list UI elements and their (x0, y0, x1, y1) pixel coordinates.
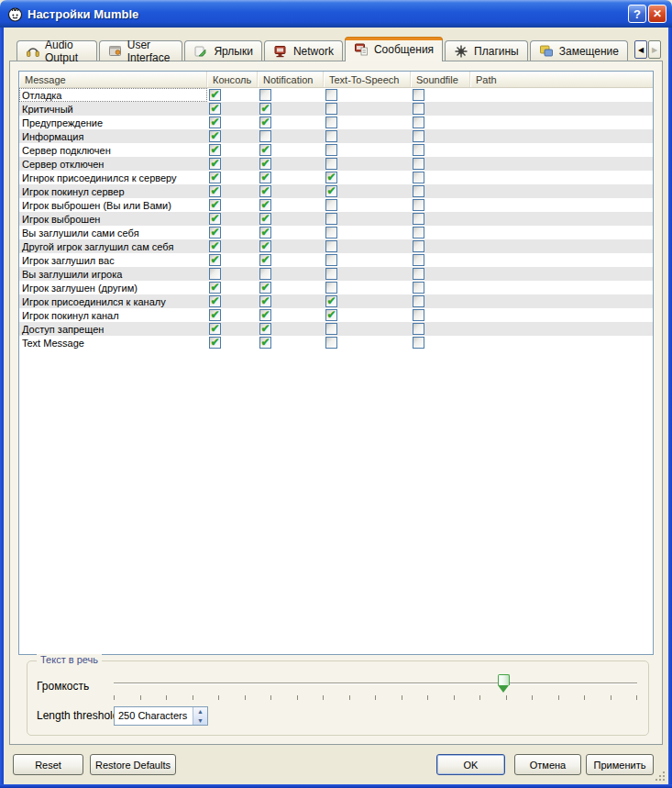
notification-checkbox[interactable] (259, 240, 271, 252)
text-to-speech-checkbox[interactable] (325, 213, 337, 225)
tab-network[interactable]: Network (264, 40, 343, 61)
text-to-speech-checkbox[interactable] (325, 144, 337, 156)
text-to-speech-checkbox[interactable] (325, 227, 337, 239)
text-to-speech-checkbox[interactable] (325, 185, 337, 197)
column-header-soundfile[interactable]: Soundfile (411, 72, 470, 87)
notification-checkbox[interactable] (259, 295, 271, 307)
tab-плагины[interactable]: Плагины (445, 40, 528, 61)
soundfile-checkbox[interactable] (413, 309, 424, 321)
soundfile-checkbox[interactable] (413, 268, 424, 280)
close-button[interactable]: ✕ (648, 5, 666, 23)
text-to-speech-checkbox[interactable] (325, 172, 337, 183)
text-to-speech-checkbox[interactable] (325, 130, 337, 142)
soundfile-checkbox[interactable] (413, 213, 424, 225)
table-row[interactable]: Игрок выброшен (Вы или Вами) (19, 198, 653, 212)
resize-grip[interactable] (655, 771, 666, 782)
text-to-speech-checkbox[interactable] (325, 158, 337, 170)
tab-audio-output[interactable]: Audio Output (17, 40, 97, 61)
tab-сообщения[interactable]: Сообщения (345, 38, 443, 61)
console-checkbox[interactable] (209, 227, 221, 239)
spin-down-button[interactable]: ▼ (193, 716, 207, 726)
soundfile-checkbox[interactable] (413, 185, 424, 197)
text-to-speech-checkbox[interactable] (325, 309, 337, 321)
soundfile-checkbox[interactable] (413, 295, 424, 307)
soundfile-checkbox[interactable] (413, 199, 424, 211)
notification-checkbox[interactable] (259, 213, 271, 225)
console-checkbox[interactable] (209, 323, 221, 335)
tab-замещение[interactable]: Замещение (530, 40, 628, 61)
console-checkbox[interactable] (209, 144, 221, 156)
notification-checkbox[interactable] (259, 337, 271, 349)
ok-button[interactable]: OK (436, 754, 505, 775)
notification-checkbox[interactable] (259, 172, 271, 183)
help-button[interactable]: ? (628, 5, 646, 23)
table-row[interactable]: Игрок выброшен (19, 212, 653, 226)
soundfile-checkbox[interactable] (413, 323, 424, 335)
slider-groove[interactable] (114, 683, 637, 684)
table-row[interactable]: Отладка (19, 88, 653, 102)
notification-checkbox[interactable] (259, 130, 271, 142)
console-checkbox[interactable] (209, 185, 221, 197)
console-checkbox[interactable] (209, 103, 221, 115)
soundfile-checkbox[interactable] (413, 282, 424, 294)
notification-checkbox[interactable] (259, 185, 271, 197)
notification-checkbox[interactable] (259, 323, 271, 335)
table-row[interactable]: Другой игрок заглушил сам себя (19, 239, 653, 253)
soundfile-checkbox[interactable] (413, 158, 424, 170)
soundfile-checkbox[interactable] (413, 227, 424, 239)
column-header-message[interactable]: Message (19, 72, 207, 87)
soundfile-checkbox[interactable] (413, 254, 424, 266)
text-to-speech-checkbox[interactable] (325, 103, 337, 115)
console-checkbox[interactable] (209, 213, 221, 225)
notification-checkbox[interactable] (259, 199, 271, 211)
spinbox-value[interactable]: 250 Characters (115, 707, 193, 725)
console-checkbox[interactable] (209, 268, 221, 280)
text-to-speech-checkbox[interactable] (325, 337, 337, 349)
notification-checkbox[interactable] (259, 144, 271, 156)
tab-ярлыки[interactable]: Ярлыки (184, 40, 262, 61)
soundfile-checkbox[interactable] (413, 144, 424, 156)
table-row[interactable]: Text Message (19, 336, 653, 350)
column-header-text-to-speech[interactable]: Text-To-Speech (324, 72, 411, 87)
soundfile-checkbox[interactable] (413, 89, 424, 101)
table-row[interactable]: Игрок покинул сервер (19, 184, 653, 198)
table-row[interactable]: Доступ запрещен (19, 322, 653, 336)
notification-checkbox[interactable] (259, 227, 271, 239)
notification-checkbox[interactable] (259, 282, 271, 294)
console-checkbox[interactable] (209, 199, 221, 211)
table-row[interactable]: Вы заглушили игрока (19, 267, 653, 281)
table-row[interactable]: Игрок присоединился к каналу (19, 294, 653, 308)
soundfile-checkbox[interactable] (413, 117, 424, 128)
text-to-speech-checkbox[interactable] (325, 282, 337, 294)
column-header-path[interactable]: Path (470, 72, 653, 87)
table-row[interactable]: Предупреждение (19, 116, 653, 129)
console-checkbox[interactable] (209, 89, 221, 101)
restore-defaults-button[interactable]: Restore Defaults (90, 754, 176, 775)
table-row[interactable]: Критичный (19, 102, 653, 116)
notification-checkbox[interactable] (259, 117, 271, 128)
soundfile-checkbox[interactable] (413, 172, 424, 183)
console-checkbox[interactable] (209, 130, 221, 142)
console-checkbox[interactable] (209, 337, 221, 349)
title-bar[interactable]: Настройки Mumble ? ✕ (0, 0, 672, 28)
column-header-консоль[interactable]: Консоль (207, 72, 258, 87)
text-to-speech-checkbox[interactable] (325, 199, 337, 211)
table-row[interactable]: Вы заглушили сами себя (19, 226, 653, 239)
cancel-button[interactable]: Отмена (514, 754, 581, 775)
slider-handle[interactable] (498, 674, 510, 693)
column-header-notification[interactable]: Notification (258, 72, 324, 87)
console-checkbox[interactable] (209, 254, 221, 266)
tab-scroll-left-button[interactable]: ◀ (634, 40, 647, 59)
console-checkbox[interactable] (209, 172, 221, 183)
console-checkbox[interactable] (209, 117, 221, 128)
console-checkbox[interactable] (209, 295, 221, 307)
table-row[interactable]: Сервер подключен (19, 143, 653, 157)
console-checkbox[interactable] (209, 282, 221, 294)
soundfile-checkbox[interactable] (413, 240, 424, 252)
table-row[interactable]: Игрок покинул канал (19, 308, 653, 322)
tab-scroll-right-button[interactable]: ▶ (648, 40, 661, 59)
table-row[interactable]: Игнрок присоединился к серверу (19, 171, 653, 184)
console-checkbox[interactable] (209, 158, 221, 170)
table-row[interactable]: Информация (19, 129, 653, 143)
soundfile-checkbox[interactable] (413, 130, 424, 142)
